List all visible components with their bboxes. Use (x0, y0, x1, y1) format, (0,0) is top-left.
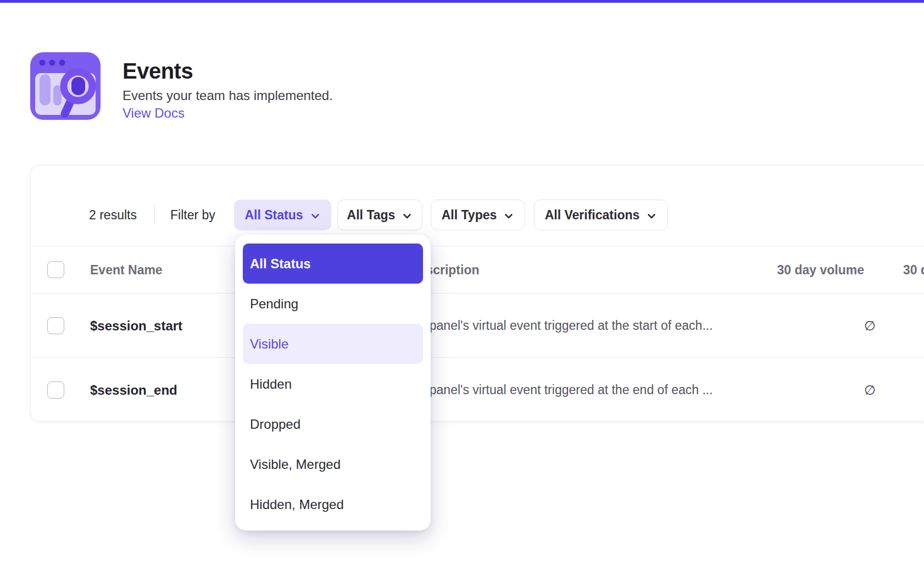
event-name[interactable]: $session_start (90, 294, 182, 358)
page-subtitle: Events your team has implemented. (123, 89, 333, 103)
filter-all-verifications-label: All Verifications (545, 208, 640, 223)
chevron-down-icon (402, 211, 413, 222)
filter-all-status-button[interactable]: All Status (234, 200, 331, 230)
column-header-30-day-volume[interactable]: 30 day volume (639, 246, 864, 294)
status-filter-dropdown: All Status Pending Visible Hidden Droppe… (235, 235, 431, 530)
filter-all-types-button[interactable]: All Types (431, 200, 525, 230)
filter-all-status-label: All Status (244, 208, 303, 223)
event-name[interactable]: $session_end (90, 358, 177, 422)
dropdown-option-hidden[interactable]: Hidden (243, 364, 423, 404)
filter-all-tags-button[interactable]: All Tags (337, 200, 422, 230)
table-row[interactable]: $session_start Mixpanel's virtual event … (31, 294, 924, 358)
chevron-down-icon (310, 211, 321, 222)
filter-all-types-label: All Types (442, 208, 497, 223)
row-checkbox[interactable] (47, 382, 64, 399)
events-app-icon (30, 52, 101, 120)
dropdown-option-all-status[interactable]: All Status (243, 244, 423, 284)
chevron-down-icon (503, 211, 514, 222)
top-accent-bar (0, 0, 924, 3)
toolbar-divider (154, 205, 155, 225)
chevron-down-icon (646, 211, 657, 222)
dropdown-option-visible-merged[interactable]: Visible, Merged (243, 444, 423, 484)
events-table-card: 2 results Filter by All Status All Tags … (30, 165, 924, 422)
dropdown-option-hidden-merged[interactable]: Hidden, Merged (243, 484, 423, 524)
column-header-30-day-clipped[interactable]: 30 d (903, 246, 924, 294)
event-30-day-volume: ∅ (639, 294, 876, 358)
dropdown-option-visible[interactable]: Visible (243, 324, 423, 364)
dropdown-option-pending[interactable]: Pending (243, 284, 423, 324)
filter-by-label: Filter by (170, 200, 215, 230)
view-docs-link[interactable]: View Docs (123, 106, 185, 120)
page-title: Events (123, 59, 193, 82)
column-header-event-name[interactable]: Event Name (90, 246, 163, 294)
table-row[interactable]: $session_end Mixpanel's virtual event tr… (31, 358, 924, 422)
results-count: 2 results (89, 200, 137, 230)
dropdown-option-dropped[interactable]: Dropped (243, 404, 423, 444)
select-all-checkbox[interactable] (47, 261, 64, 278)
row-checkbox[interactable] (47, 317, 64, 334)
event-30-day-volume: ∅ (639, 358, 876, 422)
filter-all-verifications-button[interactable]: All Verifications (534, 200, 668, 230)
filter-all-tags-label: All Tags (347, 208, 396, 223)
table-header-row: Event Name Description 30 day volume 30 … (31, 246, 924, 294)
